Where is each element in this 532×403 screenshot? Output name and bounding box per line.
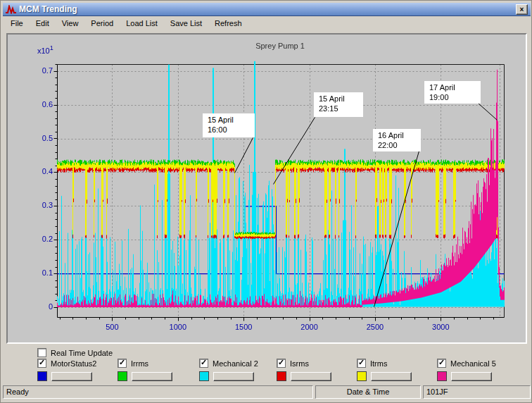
legend-checkbox-itrms[interactable]: ✓ <box>357 359 366 368</box>
legend-label-isrms: Isrms <box>290 359 309 368</box>
legend-label-itrms: Itrms <box>370 359 387 368</box>
color-button-motorstatus2[interactable] <box>51 372 92 381</box>
app-window: MCM Trending × FileEditViewPeriodLoad Li… <box>0 0 532 403</box>
legend-label-mechanical-5: Mechanical 5 <box>450 359 496 368</box>
menu-item-view[interactable]: View <box>56 18 85 29</box>
color-button-isrms[interactable] <box>291 372 331 381</box>
legend-label-motorstatus2: MotorStatus2 <box>51 359 96 368</box>
real-time-update-checkbox[interactable] <box>37 348 46 357</box>
x-tick-label: 500 <box>98 323 126 331</box>
close-button[interactable]: × <box>516 4 528 15</box>
x-tick-label: 2500 <box>361 323 389 331</box>
y-tick-label: 0.1 <box>32 268 53 277</box>
menu-item-refresh[interactable]: Refresh <box>208 18 248 29</box>
menu-item-load-list[interactable]: Load List <box>120 18 164 29</box>
status-date-time: Date & Time <box>315 385 421 399</box>
legend-checkbox-isrms[interactable]: ✓ <box>277 359 286 368</box>
menu-bar: FileEditViewPeriodLoad ListSave ListRefr… <box>3 16 531 30</box>
annotation-17-april-1900: 17 April19:00 <box>424 81 481 104</box>
x-tick-label: 1000 <box>164 323 192 331</box>
color-swatch-isrms <box>277 371 286 381</box>
y-axis-scale-label: x101 <box>37 44 53 55</box>
status-tag: 101JF <box>423 385 531 399</box>
legend-checkbox-mechanical-2[interactable]: ✓ <box>199 359 208 368</box>
color-button-itrms[interactable] <box>371 372 412 381</box>
legend-checkbox-motorstatus2[interactable]: ✓ <box>37 359 46 368</box>
legend-checkbox-irrms[interactable]: ✓ <box>118 359 127 368</box>
app-icon <box>6 5 16 14</box>
menu-item-file[interactable]: File <box>4 18 30 29</box>
annotation-15-april-1600: 15 April16:00 <box>203 113 255 137</box>
legend-checkbox-mechanical-5[interactable]: ✓ <box>437 359 446 368</box>
real-time-update-label: Real Time Update <box>51 349 113 357</box>
annotation-15-april-2315: 15 April23:15 <box>314 92 363 117</box>
chart-title: Sprey Pump 1 <box>210 42 350 50</box>
legend-label-irrms: Irrms <box>131 359 148 368</box>
color-swatch-mechanical-2 <box>199 371 209 381</box>
y-tick-label: 0.6 <box>32 100 53 108</box>
y-tick-label: 0 <box>32 302 53 311</box>
y-tick-label: 0.2 <box>32 235 53 243</box>
color-button-mechanical-5[interactable] <box>451 372 492 381</box>
y-tick-label: 0.3 <box>32 201 53 209</box>
title-bar[interactable]: MCM Trending × <box>3 3 531 16</box>
x-tick-label: 2000 <box>296 323 324 331</box>
legend-label-mechanical-2: Mechanical 2 <box>213 359 258 368</box>
y-tick-label: 0.4 <box>32 167 53 175</box>
color-swatch-itrms <box>357 371 367 381</box>
color-swatch-mechanical-5 <box>437 371 447 381</box>
window-title: MCM Trending <box>19 4 77 14</box>
status-message: Ready <box>3 385 313 399</box>
color-button-irrms[interactable] <box>132 372 172 381</box>
annotation-16-april-2200: 16 April22:00 <box>373 129 421 151</box>
y-tick-label: 0.7 <box>32 66 53 75</box>
y-tick-label: 0.5 <box>32 134 53 142</box>
menu-item-edit[interactable]: Edit <box>30 18 56 29</box>
x-tick-label: 3000 <box>426 323 455 331</box>
menu-item-save-list[interactable]: Save List <box>164 18 208 29</box>
chart-panel: Sprey Pump 1 x101 5001000150020002500300… <box>6 33 527 344</box>
color-swatch-motorstatus2 <box>37 371 47 381</box>
menu-item-period[interactable]: Period <box>84 18 120 29</box>
color-swatch-irrms <box>118 371 127 381</box>
x-tick-label: 1500 <box>229 323 258 331</box>
color-button-mechanical-2[interactable] <box>213 372 254 381</box>
